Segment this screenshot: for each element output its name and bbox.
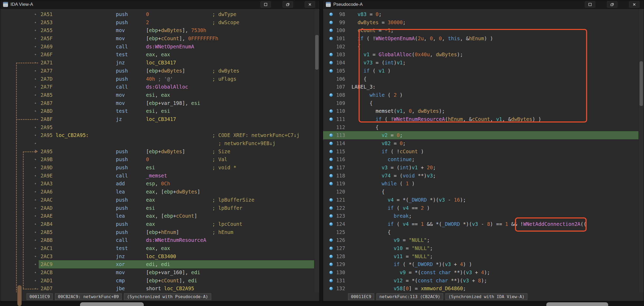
breakpoint-gutter-cell[interactable] bbox=[323, 75, 335, 83]
breakpoint-gutter-cell[interactable] bbox=[323, 91, 335, 99]
asm-line[interactable]: 2AC9 xor edi, edi bbox=[0, 260, 314, 268]
breakpoint-gutter-cell[interactable] bbox=[323, 268, 335, 277]
asm-line-text[interactable]: 2AAE lea eax, [ebp+cCount] bbox=[39, 212, 314, 220]
asm-line[interactable]: 2A51 push 0 ; dwType bbox=[0, 10, 314, 18]
pseudo-line-text[interactable]: v73 = (int)v1; bbox=[351, 59, 638, 67]
maximize-button[interactable] bbox=[260, 1, 271, 8]
breakpoint-dot[interactable] bbox=[329, 214, 333, 218]
close-button[interactable] bbox=[629, 1, 640, 8]
asm-line[interactable]: 2A95 bbox=[0, 123, 314, 131]
pseudo-line[interactable]: 129 if ( *(_DWORD *)(v3 + 4) ) bbox=[323, 260, 638, 268]
breakpoint-gutter-cell[interactable] bbox=[323, 228, 335, 236]
pseudo-line[interactable]: 101 if ( !WNetOpenEnumA(2u, 0, 0, this, … bbox=[323, 34, 638, 43]
partial-tab-right[interactable] bbox=[546, 302, 608, 306]
asm-line[interactable]: 2A7D push 40h ; '@' ; uFlags bbox=[0, 75, 314, 83]
breakpoint-gutter-cell[interactable] bbox=[323, 107, 335, 115]
asm-line[interactable]: 2A71 jnz loc_CB3417 bbox=[0, 59, 314, 67]
pseudo-line[interactable]: 111 if ( !WNetEnumResourceA(hEnum, &cCou… bbox=[323, 115, 638, 123]
pseudo-line[interactable]: 124 if ( v4 == 1 && *(_DWORD *)(v3 - 8) … bbox=[323, 220, 638, 228]
pseudo-line-text[interactable]: if ( !cCount ) bbox=[351, 147, 638, 156]
breakpoint-gutter-cell[interactable] bbox=[323, 10, 335, 18]
asm-line[interactable]: 2A7F call ds:GlobalAlloc bbox=[0, 83, 314, 91]
asm-line[interactable]: 2AAC push eax ; lpBufferSize bbox=[0, 196, 314, 204]
pseudo-listing[interactable]: 98 v83 = 0;99 dwBytes = 30000;100 cCount… bbox=[323, 9, 638, 292]
asm-line-text[interactable]: 2A77 push [ebp+dwBytes] ; dwBytes bbox=[39, 67, 314, 75]
pseudo-line-text[interactable]: if ( v4 == 2 ) bbox=[351, 204, 638, 212]
pseudo-line-text[interactable]: while ( 2 ) bbox=[351, 91, 638, 99]
breakpoint-dot[interactable] bbox=[329, 222, 333, 226]
asm-line[interactable]: ; networkFunc+9EB↓j bbox=[0, 139, 314, 147]
asm-line-text[interactable]: 2ACB mov [ebp+var_160], edi bbox=[39, 268, 314, 277]
asm-line[interactable]: 2A55 mov [ebp+dwBytes], 7530h bbox=[0, 26, 314, 34]
breakpoint-dot[interactable] bbox=[329, 182, 333, 185]
asm-line[interactable]: 2A87 mov [ebp+var_198], esi bbox=[0, 99, 314, 107]
asm-line-text[interactable]: 2A95 push [ebp+dwBytes] ; Size bbox=[39, 147, 314, 156]
pseudo-line-text[interactable]: memset(v1, 0, dwBytes); bbox=[351, 107, 638, 115]
breakpoint-dot[interactable] bbox=[329, 166, 333, 169]
pseudo-line[interactable]: 107LABEL_3: bbox=[323, 83, 638, 91]
asm-listing[interactable]: 2A51 push 0 ; dwType2A53 push 2 ; dwScop… bbox=[0, 9, 314, 292]
breakpoint-dot[interactable] bbox=[329, 150, 333, 153]
breakpoint-gutter-cell[interactable] bbox=[323, 26, 335, 34]
pseudo-line[interactable]: 119 while ( 1 ) bbox=[323, 180, 638, 188]
breakpoint-dot[interactable] bbox=[329, 37, 333, 40]
pseudo-line-text[interactable]: { bbox=[351, 43, 638, 51]
pseudo-line-text[interactable]: v4 = *(_DWORD *)(v3 - 16); bbox=[351, 196, 638, 204]
breakpoint-dot[interactable] bbox=[329, 21, 333, 24]
breakpoint-gutter-cell[interactable] bbox=[323, 147, 335, 156]
breakpoint-gutter-cell[interactable] bbox=[323, 260, 335, 268]
pseudo-line-text[interactable]: v11 = "NULL"; bbox=[351, 252, 638, 261]
breakpoint-gutter-cell[interactable] bbox=[323, 172, 335, 180]
breakpoint-dot[interactable] bbox=[329, 198, 333, 202]
pseudo-line[interactable]: 115 if ( !cCount ) bbox=[323, 147, 638, 156]
breakpoint-gutter-cell[interactable] bbox=[323, 34, 335, 43]
pseudo-line[interactable]: 122 if ( v4 == 2 ) bbox=[323, 204, 638, 212]
breakpoint-gutter-cell[interactable] bbox=[323, 43, 335, 51]
asm-line-text[interactable]: 2A7D push 40h ; '@' ; uFlags bbox=[39, 75, 314, 83]
asm-line-text[interactable]: 2A53 push 2 ; dwScope bbox=[39, 18, 314, 27]
restore-button[interactable] bbox=[283, 1, 293, 8]
pseudo-line-text[interactable]: while ( 1 ) bbox=[351, 180, 638, 188]
asm-line-text[interactable]: 2A71 jnz loc_CB3417 bbox=[39, 59, 314, 67]
pseudo-line-text[interactable]: v9 = *(const char **)(v3 + 4); bbox=[351, 268, 638, 277]
asm-line-text[interactable]: 2A8D test esi, esi bbox=[39, 107, 314, 115]
pseudo-line-text[interactable]: if ( v4 == 1 && *(_DWORD *)(v3 - 8) == 1… bbox=[351, 220, 638, 228]
asm-line[interactable]: 2A85 mov esi, eax bbox=[0, 91, 314, 99]
breakpoint-gutter-cell[interactable] bbox=[323, 196, 335, 204]
breakpoint-dot[interactable] bbox=[329, 271, 333, 274]
pseudo-line[interactable]: 126 v9 = "NULL"; bbox=[323, 236, 638, 244]
asm-line-text[interactable]: 2AC3 jnz loc_CB3400 bbox=[39, 252, 314, 261]
scrollbar-thumb[interactable] bbox=[640, 61, 643, 106]
breakpoint-dot[interactable] bbox=[329, 118, 333, 121]
asm-line[interactable]: 2A6F test eax, eax bbox=[0, 50, 314, 59]
pseudo-line[interactable]: 120 { bbox=[323, 188, 638, 196]
partial-tab-left[interactable] bbox=[80, 302, 144, 306]
pseudo-line[interactable]: 130 v9 = *(const char **)(v3 + 4); bbox=[323, 268, 638, 277]
pseudo-line-text[interactable]: v82 = 0; bbox=[351, 139, 638, 147]
breakpoint-dot[interactable] bbox=[329, 93, 333, 97]
asm-line-text[interactable]: 2A6F test eax, eax bbox=[39, 50, 314, 59]
breakpoint-gutter-cell[interactable] bbox=[323, 180, 335, 188]
asm-line[interactable]: 2A69 call ds:WNetOpenEnumA bbox=[0, 43, 314, 51]
asm-line-text[interactable]: 2A55 mov [ebp+dwBytes], 7530h bbox=[39, 26, 314, 34]
asm-line[interactable]: 2A77 push [ebp+dwBytes] ; dwBytes bbox=[0, 67, 314, 75]
pseudo-line[interactable]: 106 { bbox=[323, 75, 638, 83]
vertical-scrollbar[interactable] bbox=[638, 9, 644, 292]
breakpoint-gutter-cell[interactable] bbox=[323, 204, 335, 212]
breakpoint-dot[interactable] bbox=[329, 158, 333, 161]
pseudo-line-text[interactable]: v74 = (void **)v3; bbox=[351, 172, 638, 180]
asm-line[interactable]: 2AAE lea eax, [ebp+cCount] bbox=[0, 212, 314, 220]
breakpoint-dot[interactable] bbox=[329, 206, 333, 210]
pseudo-line[interactable]: 121 v4 = *(_DWORD *)(v3 - 16); bbox=[323, 196, 638, 204]
pseudo-line-text[interactable]: { bbox=[351, 228, 638, 236]
pseudo-line-text[interactable]: continue; bbox=[351, 155, 638, 164]
asm-line[interactable]: 2AB4 push eax ; lpcCount bbox=[0, 220, 314, 228]
breakpoint-dot[interactable] bbox=[329, 255, 333, 258]
pseudo-line-text[interactable]: { bbox=[351, 123, 638, 131]
asm-line-text[interactable]: ; networkFunc+9EB↓j bbox=[39, 139, 314, 147]
asm-line-text[interactable]: 2AAC push eax ; lpBufferSize bbox=[39, 196, 314, 204]
breakpoint-gutter-cell[interactable] bbox=[323, 188, 335, 196]
breakpoint-dot[interactable] bbox=[329, 13, 333, 16]
close-button[interactable] bbox=[305, 1, 315, 8]
asm-line-text[interactable]: 2A5F mov [ebp+cCount], 0FFFFFFFFh bbox=[39, 34, 314, 43]
